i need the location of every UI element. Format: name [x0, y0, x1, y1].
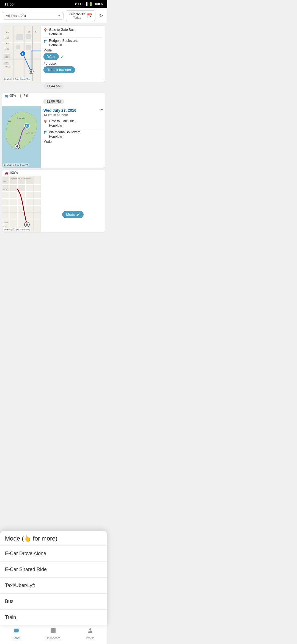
svg-rect-38 [44, 131, 46, 132]
svg-rect-9 [16, 45, 20, 49]
svg-rect-10 [26, 45, 31, 50]
trip-divider-2 [43, 129, 102, 129]
status-bar: 13:00 ▾ LTE ▐ 🔋 100% [0, 0, 107, 8]
trip-card-3: 🚗 100% [2, 170, 105, 232]
svg-rect-56 [10, 185, 17, 191]
trip-details-2: ••• Wed July 27, 2016 14 km in an hour G… [41, 106, 105, 168]
svg-text:South Beretania St: South Beretania St [18, 178, 31, 179]
status-indicators: ▾ LTE ▐ 🔋 100% [75, 2, 103, 6]
checkmark-icon-1: ✓ [61, 54, 64, 60]
date-line2: Today [69, 16, 85, 19]
walk-stat: 🚶 5% [19, 94, 28, 98]
refresh-button[interactable]: ↻ [98, 11, 105, 20]
svg-point-23 [30, 70, 32, 73]
purpose-row-1: Purpose [43, 62, 102, 66]
stop-text-1: Gate to Gate Bus,Honolulu [49, 28, 75, 36]
walk-pct: 5% [24, 94, 28, 98]
header: All Trips (23) ▼ 07/27/2016 Today 📅 ↻ [0, 8, 107, 23]
mode-stats-3: 🚗 100% [2, 170, 105, 176]
svg-text:B3B2B1: B3B2B1 [6, 66, 13, 68]
wifi-icon: ▾ [75, 2, 76, 6]
svg-point-32 [16, 145, 18, 148]
trip-filter-dropdown[interactable]: All Trips (23) ▼ [3, 12, 64, 20]
mode-button-3[interactable]: Mode 🖊 [62, 211, 83, 218]
trip-map-3[interactable]: King Street South Beretania St Pawaa McC… [2, 176, 41, 232]
time-row-1: 11:44 AM [0, 82, 107, 91]
calendar-icon: 📅 [87, 13, 92, 18]
svg-rect-8 [26, 34, 31, 39]
trip-options-button-2[interactable]: ••• [99, 108, 103, 112]
svg-text:A20: A20 [6, 48, 9, 50]
purpose-text-label: Purpose [43, 62, 56, 66]
trip-stop-dest-2: Ala Moana Boulevard,Honolulu [43, 130, 102, 139]
svg-rect-7 [16, 34, 23, 40]
status-time: 13:00 [4, 2, 13, 6]
car-icon: 🚗 [4, 171, 9, 175]
svg-text:A18: A18 [6, 37, 9, 39]
svg-text:Pawaa: Pawaa [3, 181, 7, 182]
purpose-button-1[interactable]: Transit transfer [43, 66, 75, 73]
trips-list: A17 A18 A19 A20 B5 B4 B3B2B1 P P [0, 23, 107, 256]
stop-text-dest-1: Rodgers Boulevard,Honolulu [49, 39, 78, 47]
trip-stop-dest-1: Rodgers Boulevard,Honolulu [43, 39, 102, 47]
trip-map-1[interactable]: A17 A18 A19 A20 B5 B4 B3B2B1 P P [2, 26, 41, 82]
chevron-down-icon: ▼ [58, 14, 61, 17]
svg-text:Kāne'ohe: Kāne'ohe [17, 117, 25, 119]
flag-icon [43, 39, 47, 43]
svg-text:McCully: McCully [3, 189, 8, 190]
signal-bars-icon: ▐ [85, 2, 88, 6]
svg-text:P: P [28, 31, 30, 34]
time-row-2: 12:06 PM [2, 97, 105, 106]
mode-label-1: Mode [43, 48, 102, 52]
svg-text:B4: B4 [6, 62, 8, 64]
time-label-2: 12:06 PM [43, 99, 64, 104]
svg-rect-26 [44, 40, 46, 41]
trip-date-link-2[interactable]: Wed July 27, 2016 [43, 108, 102, 113]
signal-label: LTE [78, 2, 84, 6]
trip-map-2[interactable]: ⊕ Aiea Kāne'ohe Honolulu Leaflet | © Ope… [2, 106, 41, 168]
svg-rect-57 [18, 185, 25, 191]
trip-stop-origin-1: Gate to Gate Bus,Honolulu [43, 28, 102, 36]
trip-card-1: A17 A18 A19 A20 B5 B4 B3B2B1 P P [2, 26, 105, 82]
mode-label-2: Mode [43, 140, 102, 144]
svg-text:Kuli: Kuli [3, 226, 6, 228]
trip-divider-1 [43, 37, 102, 38]
bus-pct: 95% [9, 94, 16, 98]
time-label-1: 11:44 AM [43, 83, 64, 89]
trip-card-2: 🚌 95% 🚶 5% 12:06 PM [2, 93, 105, 168]
bus-icon: 🚌 [4, 94, 9, 98]
svg-text:A19: A19 [6, 42, 9, 44]
battery-label: 100% [94, 2, 103, 6]
walk-icon: 🚶 [19, 94, 23, 98]
date-filter[interactable]: 07/27/2016 Today 📅 [66, 10, 95, 21]
trip-details-1: Gate to Gate Bus,Honolulu Rodgers Boulev… [41, 26, 105, 82]
bus-stat: 🚌 95% [4, 94, 16, 98]
mode-button-1[interactable]: Walk [43, 53, 59, 60]
svg-text:B5: B5 [6, 56, 8, 58]
trip-filter-label: All Trips (23) [6, 14, 26, 18]
flag-icon-2 [43, 130, 47, 134]
pin-icon [43, 28, 47, 32]
svg-text:A17: A17 [6, 31, 9, 33]
svg-text:Waikiki: Waikiki [3, 222, 8, 223]
svg-point-63 [26, 223, 28, 226]
map-attribution-1: Leaflet | © OpenStreetMap [3, 78, 31, 81]
svg-text:Aiea: Aiea [7, 120, 11, 122]
map-attribution-2: Leaflet | © OpenStreetM [3, 163, 29, 167]
car-stat: 🚗 100% [4, 171, 18, 175]
car-pct: 100% [9, 171, 18, 175]
svg-text:⊕: ⊕ [26, 125, 28, 127]
trip-distance-2: 14 km in an hour [43, 113, 102, 117]
trip-details-3: Mode 🖊 [41, 176, 105, 232]
svg-text:➤: ➤ [22, 53, 24, 55]
svg-text:P: P [35, 31, 36, 34]
stop-text-dest-2: Ala Moana Boulevard,Honolulu [49, 130, 81, 139]
bottom-spacer [0, 234, 107, 256]
stop-text-2: Gate to Gate Bus,Honolulu [49, 119, 75, 128]
pin-icon-2 [43, 119, 47, 123]
svg-text:Honolulu: Honolulu [26, 132, 34, 134]
svg-text:King Street: King Street [10, 178, 18, 179]
battery-icon: 🔋 [89, 2, 93, 6]
date-line1: 07/27/2016 [69, 12, 85, 16]
trip-stop-origin-2: Gate to Gate Bus,Honolulu [43, 119, 102, 128]
